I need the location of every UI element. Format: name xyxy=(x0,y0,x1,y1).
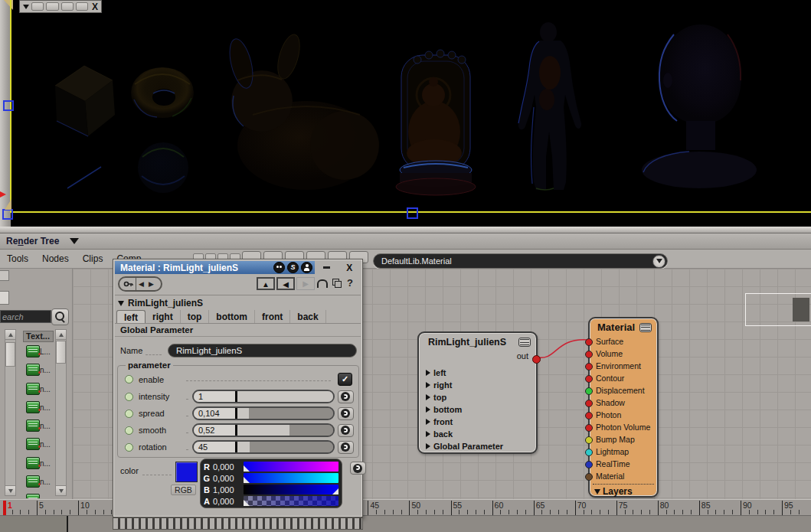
channel-gradient-slider[interactable] xyxy=(244,462,338,472)
port-dot-icon[interactable] xyxy=(585,375,593,383)
port-dot-icon[interactable] xyxy=(585,351,593,358)
nav-up-icon[interactable]: ▲ xyxy=(257,277,275,290)
connection-icon[interactable] xyxy=(338,424,354,437)
key-icon[interactable] xyxy=(119,278,136,290)
port-dot-icon[interactable] xyxy=(585,412,593,419)
nav-forward-icon[interactable]: ▶ xyxy=(296,277,315,290)
connection-icon[interactable] xyxy=(338,407,354,420)
param-slider-spread[interactable]: 0,104 xyxy=(192,406,335,420)
copy-icon[interactable] xyxy=(332,279,342,287)
render-tree-menu-icon[interactable] xyxy=(70,238,79,244)
port-dot-icon[interactable] xyxy=(585,387,593,395)
node-menu-icon[interactable] xyxy=(518,338,531,347)
shelf-list-item[interactable]: L... xyxy=(23,343,58,361)
port-dot-icon[interactable] xyxy=(585,363,593,370)
region-handle-left[interactable] xyxy=(3,100,14,111)
shelf-list-item[interactable]: n... xyxy=(23,436,58,454)
port-realtime[interactable]: RealTime xyxy=(590,458,657,470)
next-key-icon[interactable]: ▶ xyxy=(146,280,156,288)
channel-gradient-slider[interactable] xyxy=(244,496,338,506)
shelf-list-item[interactable]: n... xyxy=(23,455,58,473)
lock-user-icon[interactable] xyxy=(301,262,312,273)
node-out-port[interactable] xyxy=(532,355,541,364)
port-bump-map[interactable]: Bump Map xyxy=(590,433,657,446)
slider-track[interactable] xyxy=(237,425,333,436)
scroll-down-icon[interactable] xyxy=(56,485,66,495)
animation-divot-icon[interactable] xyxy=(125,410,133,418)
animation-divot-icon[interactable] xyxy=(125,375,133,383)
port-environment[interactable]: Environment xyxy=(590,360,657,372)
node-material[interactable]: Material SurfaceVolumeEnvironmentContour… xyxy=(588,317,659,498)
viewport-close-icon[interactable]: X xyxy=(92,2,98,11)
tab-right[interactable]: right xyxy=(146,310,181,323)
minimize-icon[interactable] xyxy=(323,266,330,269)
scroll-up-icon[interactable] xyxy=(5,330,15,340)
recycle-icon[interactable] xyxy=(273,262,285,273)
port-dot-icon[interactable] xyxy=(585,436,593,444)
shelf-list-item[interactable]: n... xyxy=(23,399,58,417)
animation-divot-icon[interactable] xyxy=(125,443,133,452)
scroll-up-icon[interactable] xyxy=(56,330,66,340)
shelf-list-item[interactable]: n... xyxy=(23,380,58,399)
scrollbar-thumb[interactable] xyxy=(56,341,66,364)
shelf-scrollbar-right[interactable] xyxy=(55,329,67,496)
port-material[interactable]: Material xyxy=(590,470,657,482)
node-section-back[interactable]: back xyxy=(426,428,533,440)
shelf-scrollbar-left[interactable] xyxy=(5,329,16,496)
connection-icon[interactable] xyxy=(338,390,354,403)
scrollbar-thumb[interactable] xyxy=(5,342,15,367)
connection-icon[interactable] xyxy=(350,462,366,475)
shelf-list-item[interactable]: n... xyxy=(23,417,58,436)
channel-gradient-slider[interactable] xyxy=(244,473,338,483)
dropdown-arrow-icon[interactable] xyxy=(652,255,665,268)
animation-divot-icon[interactable] xyxy=(125,393,133,401)
subsection-header[interactable]: Global Parameter xyxy=(115,324,361,337)
node-section-left[interactable]: left xyxy=(426,367,533,379)
node-section-top[interactable]: top xyxy=(426,391,533,403)
port-contour[interactable]: Contour xyxy=(590,372,657,384)
section-header[interactable]: RimLight_julienS xyxy=(118,298,203,308)
lock-icon[interactable] xyxy=(317,279,328,288)
rgb-mode-button[interactable]: RGB xyxy=(171,485,196,495)
viewport-menu-icon[interactable] xyxy=(23,5,29,9)
search-input[interactable]: earch xyxy=(0,310,51,323)
tab-left[interactable]: left xyxy=(116,310,146,323)
port-dot-icon[interactable] xyxy=(585,473,593,481)
shelf-list-item[interactable]: n... xyxy=(23,473,58,491)
horizontal-splitter[interactable] xyxy=(0,227,811,233)
port-surface[interactable]: Surface xyxy=(590,335,657,348)
shelf-list-item[interactable]: n... xyxy=(23,361,58,380)
close-icon[interactable]: X xyxy=(346,263,352,273)
port-dot-icon[interactable] xyxy=(585,424,593,432)
enable-checkbox[interactable]: ✓ xyxy=(338,373,352,386)
name-input[interactable]: RimLight_julienS xyxy=(168,344,357,357)
port-photon-volume[interactable]: Photon Volume xyxy=(590,421,657,433)
scroll-down-icon[interactable] xyxy=(5,485,15,495)
help-icon[interactable]: ? xyxy=(347,277,353,289)
node-menu-icon[interactable] xyxy=(639,323,652,332)
viewport-toolbar-button[interactable] xyxy=(31,2,44,11)
node-material-layers[interactable]: Layers xyxy=(593,484,654,497)
viewport-toolbar-button[interactable] xyxy=(61,2,74,11)
timeline-range-marker[interactable] xyxy=(67,516,68,532)
shelf-list-item[interactable]: n... xyxy=(23,491,58,498)
tab-back[interactable]: back xyxy=(290,310,325,323)
prev-key-icon[interactable]: ◀ xyxy=(136,280,146,288)
slider-track[interactable] xyxy=(237,391,333,402)
timeline-playhead[interactable] xyxy=(3,501,6,515)
connection-icon[interactable] xyxy=(338,441,354,454)
port-displacement[interactable]: Displacement xyxy=(590,384,657,397)
node-rimlight[interactable]: RimLight_julienS out leftrighttopbottomf… xyxy=(417,331,538,454)
port-dot-icon[interactable] xyxy=(585,338,593,346)
tab-top[interactable]: top xyxy=(181,310,210,323)
viewport-toolbar-button[interactable] xyxy=(76,2,88,11)
node-section-bottom[interactable]: bottom xyxy=(426,403,533,416)
refresh-icon[interactable]: S xyxy=(287,262,299,273)
param-slider-intensity[interactable]: 1 xyxy=(192,390,335,403)
shelf-list-header[interactable]: Text... xyxy=(23,331,54,342)
tab-front[interactable]: front xyxy=(255,310,290,323)
animation-divot-icon[interactable] xyxy=(125,426,133,435)
region-handle-bottom-left[interactable] xyxy=(2,209,13,220)
port-dot-icon[interactable] xyxy=(585,449,593,456)
material-library-dropdown[interactable]: DefaultLib.Material xyxy=(373,253,668,269)
